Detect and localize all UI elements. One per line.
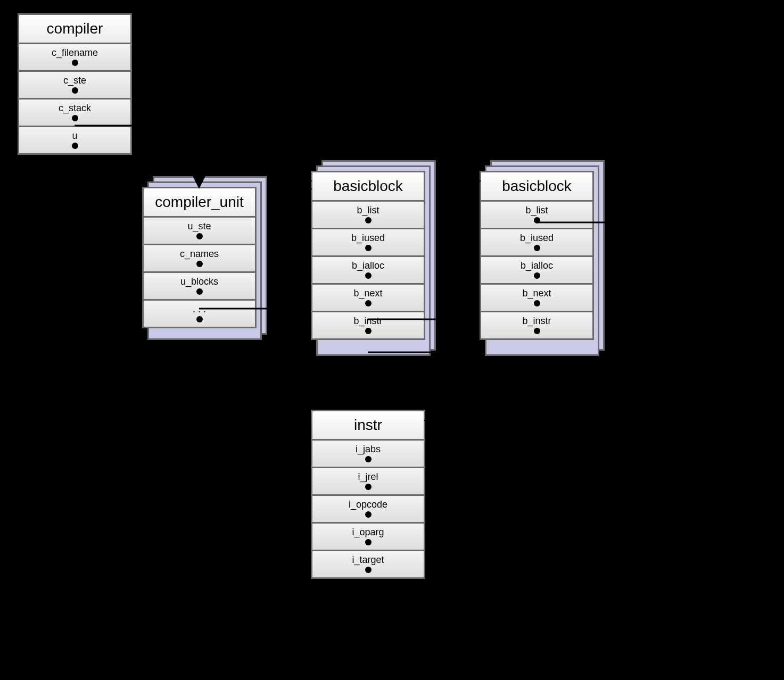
- dot-icon: [365, 300, 372, 306]
- dot-icon: [72, 115, 78, 121]
- field-b-list: b_list: [481, 202, 592, 229]
- dot-icon: [365, 456, 372, 462]
- dot-icon: [365, 567, 372, 573]
- struct-title: compiler_unit: [144, 188, 255, 218]
- dot-icon: [196, 233, 203, 239]
- dot-icon: [365, 328, 372, 334]
- field-c-names: c_names: [144, 245, 255, 273]
- field-ellipsis: . . .: [144, 301, 255, 327]
- field-u-blocks: u_blocks: [144, 273, 255, 301]
- field-b-ialloc: b_ialloc: [312, 257, 424, 285]
- field-c-filename: c_filename: [19, 44, 130, 72]
- field-i-opcode: i_opcode: [312, 496, 424, 524]
- dot-icon: [72, 87, 78, 94]
- dot-icon: [196, 316, 203, 322]
- dot-icon: [534, 300, 540, 306]
- field-u-ste: u_ste: [144, 218, 255, 245]
- field-b-instr: b_instr: [481, 312, 592, 338]
- field-b-iused: b_iused: [312, 229, 424, 257]
- dot-icon: [534, 272, 540, 279]
- field-b-iused: b_iused: [481, 229, 592, 257]
- field-b-next: b_next: [312, 285, 424, 312]
- struct-title: basicblock: [312, 172, 424, 202]
- dot-icon: [534, 328, 540, 334]
- field-c-ste: c_ste: [19, 72, 130, 99]
- dot-icon: [534, 245, 540, 251]
- dot-icon: [72, 60, 78, 66]
- struct-compiler: compiler c_filename c_ste c_stack u: [18, 13, 132, 155]
- dot-icon: [196, 288, 203, 295]
- dot-icon: [196, 261, 203, 267]
- dot-icon: [72, 143, 78, 149]
- struct-instr: instr i_jabs i_jrel i_opcode i_oparg i_t…: [311, 410, 425, 579]
- field-u: u: [19, 127, 130, 153]
- dot-icon: [365, 539, 372, 545]
- struct-basicblock-1: basicblock b_list b_iused b_ialloc b_nex…: [311, 171, 425, 340]
- field-b-ialloc: b_ialloc: [481, 257, 592, 285]
- field-i-jrel: i_jrel: [312, 468, 424, 496]
- field-i-target: i_target: [312, 551, 424, 577]
- field-b-next: b_next: [481, 285, 592, 312]
- dot-icon: [365, 272, 372, 279]
- struct-title: instr: [312, 411, 424, 441]
- struct-compiler-unit: compiler_unit u_ste c_names u_blocks . .…: [142, 187, 257, 328]
- dot-icon: [365, 217, 372, 223]
- dot-icon: [365, 511, 372, 518]
- field-b-instr: b_instr: [312, 312, 424, 338]
- field-b-list: b_list: [312, 202, 424, 229]
- field-i-jabs: i_jabs: [312, 441, 424, 468]
- struct-title: basicblock: [481, 172, 592, 202]
- struct-title: compiler: [19, 15, 130, 44]
- dot-icon: [534, 217, 540, 223]
- dot-icon: [365, 245, 372, 251]
- field-i-oparg: i_oparg: [312, 524, 424, 551]
- dot-icon: [365, 484, 372, 490]
- diagram-canvas: compiler c_filename c_ste c_stack u comp…: [0, 0, 784, 680]
- field-c-stack: c_stack: [19, 99, 130, 127]
- struct-basicblock-2: basicblock b_list b_iused b_ialloc b_nex…: [480, 171, 594, 340]
